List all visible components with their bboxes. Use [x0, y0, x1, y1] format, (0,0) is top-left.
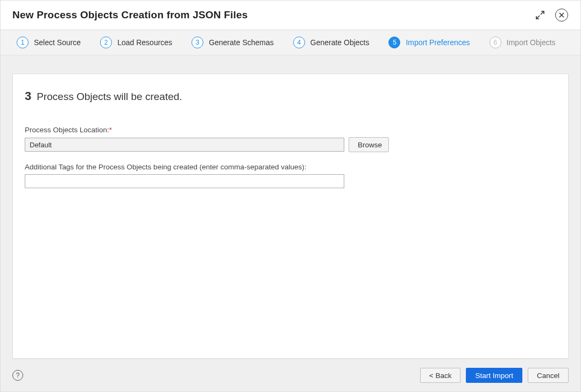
step-number: 6	[490, 37, 501, 48]
step-label: Generate Objects	[310, 38, 370, 47]
step-label: Import Preferences	[406, 38, 470, 47]
location-label: Process Objects Location:*	[25, 126, 556, 134]
step-select-source[interactable]: 1 Select Source	[17, 37, 81, 48]
step-number: 2	[100, 37, 112, 48]
location-field-group: Process Objects Location:* Browse	[25, 126, 556, 152]
wizard-steps: 1 Select Source 2 Load Resources 3 Gener…	[1, 30, 580, 55]
back-button[interactable]: < Back	[420, 368, 461, 383]
step-import-objects: 6 Import Objects	[490, 37, 556, 48]
step-number: 3	[192, 37, 203, 48]
step-number: 4	[293, 37, 305, 48]
step-generate-schemas[interactable]: 3 Generate Schemas	[192, 37, 274, 48]
help-icon[interactable]: ?	[12, 370, 23, 381]
step-number: 1	[17, 37, 29, 48]
dialog-title: New Process Objects Creation from JSON F…	[12, 9, 248, 21]
expand-icon[interactable]	[533, 8, 547, 22]
start-import-button[interactable]: Start Import	[466, 368, 522, 383]
step-generate-objects[interactable]: 4 Generate Objects	[293, 37, 370, 48]
browse-button[interactable]: Browse	[349, 137, 389, 152]
titlebar: New Process Objects Creation from JSON F…	[1, 1, 580, 30]
step-label: Select Source	[34, 38, 81, 47]
step-label: Generate Schemas	[209, 38, 274, 47]
dialog: New Process Objects Creation from JSON F…	[0, 0, 581, 392]
location-row: Browse	[25, 137, 556, 152]
content-panel: 3 Process Objects will be created. Proce…	[12, 74, 569, 359]
body-area: 3 Process Objects will be created. Proce…	[1, 55, 580, 361]
step-label: Import Objects	[507, 38, 556, 47]
summary-suffix: Process Objects will be created.	[37, 91, 182, 103]
location-label-text: Process Objects Location:	[25, 126, 109, 134]
close-icon[interactable]	[555, 8, 569, 22]
footer: ? < Back Start Import Cancel	[1, 361, 580, 391]
step-label: Load Resources	[117, 38, 172, 47]
step-import-preferences[interactable]: 5 Import Preferences	[388, 37, 470, 48]
required-asterisk: *	[109, 126, 112, 134]
tags-field-group: Additional Tags for the Process Objects …	[25, 163, 556, 188]
footer-right: < Back Start Import Cancel	[420, 368, 569, 383]
titlebar-actions	[533, 8, 569, 22]
tags-label: Additional Tags for the Process Objects …	[25, 163, 556, 171]
tags-input[interactable]	[25, 174, 344, 188]
location-input[interactable]	[25, 138, 344, 152]
cancel-button[interactable]: Cancel	[528, 368, 569, 383]
step-number: 5	[388, 37, 400, 48]
footer-left: ?	[12, 370, 23, 381]
summary-text: 3 Process Objects will be created.	[25, 89, 556, 103]
object-count: 3	[25, 89, 31, 103]
step-load-resources[interactable]: 2 Load Resources	[100, 37, 172, 48]
